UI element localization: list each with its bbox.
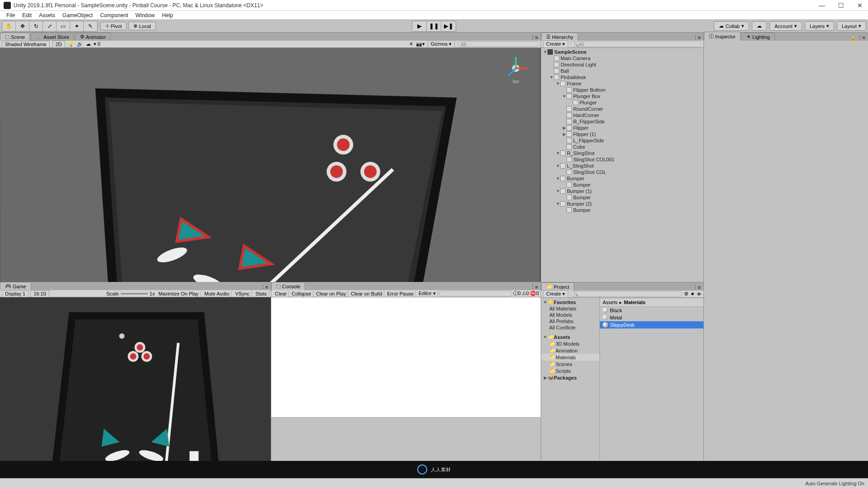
hierarchy-item[interactable]: ▼SampleScene [541,49,703,55]
assets-folder[interactable]: ▼📁Assets [541,333,599,340]
tab-hierarchy[interactable]: ☰ Hierarchy [541,33,578,41]
move-tool[interactable]: ✥ [16,21,29,31]
hierarchy-item[interactable]: HardCorner [541,112,703,118]
project-filter-icon[interactable]: ⚙ [684,291,689,297]
project-folder-tree[interactable]: ▼⭐Favorites All Materials All Models All… [541,298,600,476]
transform-tool[interactable]: ✦ [70,21,84,31]
game-tab-menu[interactable]: ⋮≡ [258,284,271,290]
menu-component[interactable]: Component [96,11,132,19]
gizmos-dropdown[interactable]: Gizmos ▾ [428,40,455,48]
scene-view[interactable]: Iso [0,48,541,282]
tab-game[interactable]: 🎮 Game [0,282,31,290]
aspect-dropdown[interactable]: 16:10 [30,290,49,297]
errorpause-toggle[interactable]: Error Pause [385,291,416,297]
tab-scene[interactable]: ⬚ Scene [0,33,30,41]
scene-viewport[interactable] [0,48,541,282]
hidden-toggle-icon[interactable]: ✕ [409,41,413,47]
layers-dropdown[interactable]: Layers ▾ [805,21,834,31]
hierarchy-item[interactable]: ▶Flipper (1) [541,131,703,137]
editor-dropdown[interactable]: Editor ▾ [417,290,438,297]
tab-inspector[interactable]: ⓘ Inspector [704,32,741,41]
collapse-toggle[interactable]: Collapse [290,291,313,297]
2d-toggle[interactable]: 2D [52,41,65,48]
hierarchy-item[interactable]: Plunger [541,99,703,106]
hierarchy-item[interactable]: Bumper [541,182,703,188]
hierarchy-item[interactable]: ▼Pinballdesk [541,74,703,80]
tab-assetstore[interactable]: 🛒 Asset Store [31,33,74,41]
tab-console[interactable]: ⬚ Console [271,282,305,290]
project-create-dropdown[interactable]: Create ▾ [543,290,568,298]
inspector-tab-menu[interactable]: 🔒 ⋮≡ [847,35,868,41]
hand-tool[interactable]: ✋ [2,21,16,31]
breadcrumb-assets[interactable]: Assets [603,300,618,305]
menu-help[interactable]: Help [158,11,177,19]
audio-toggle-icon[interactable]: 🔊 [77,41,83,47]
game-view[interactable] [0,297,271,479]
project-tab-menu[interactable]: ⋮≡ [690,285,703,291]
packages-folder[interactable]: ▶📦Packages [541,374,599,381]
tab-project[interactable]: 📁 Project [541,282,574,291]
folder-animation[interactable]: 📁Animation [541,347,599,354]
console-tab-menu[interactable]: ⋮≡ [528,284,541,290]
tab-lighting[interactable]: ☀ Lighting [741,33,775,41]
project-asset-list[interactable]: Assets ▸ Materials Black Metal SlippyDes… [600,298,703,476]
hierarchy-item[interactable]: Flipper Bottom [541,87,703,93]
fav-all-conflicted[interactable]: All Conflicte [541,324,599,331]
hierarchy-tab-menu[interactable]: ⋮≡ [690,35,703,41]
error-count-icon[interactable]: ⛔0 [530,291,539,296]
folder-3dmodels[interactable]: 📁3D Models [541,340,599,347]
hierarchy-item[interactable]: ▼Bumper (1) [541,188,703,194]
hierarchy-item[interactable]: ▼Bumper [541,175,703,182]
scale-slider[interactable] [121,293,148,295]
material-black[interactable]: Black [600,307,703,314]
collab-dropdown[interactable]: ☁ Collab ▾ [714,21,749,31]
hierarchy-item[interactable]: Directional Light [541,61,703,68]
scale-tool[interactable]: ⤢ [43,21,57,31]
scene-tab-menu[interactable]: ⋮≡ [528,35,541,41]
step-button[interactable]: ▶❚ [441,21,456,31]
material-metal[interactable]: Metal [600,314,703,321]
clearplay-toggle[interactable]: Clear on Play [314,291,348,297]
hierarchy-item[interactable]: ▼Plunger Box [541,93,703,99]
layout-dropdown[interactable]: Layout ▾ [837,21,866,31]
close-button[interactable]: ✕ [855,1,864,10]
minimize-button[interactable]: — [817,1,826,10]
pause-button[interactable]: ❚❚ [427,21,441,31]
hierarchy-item[interactable]: Bumper [541,207,703,213]
hierarchy-item[interactable]: L_FlipperSide [541,137,703,144]
project-fav-icon[interactable]: ★ [690,291,695,297]
hierarchy-item[interactable]: Bumper [541,194,703,201]
hierarchy-item[interactable]: Cube [541,144,703,150]
favorites-folder[interactable]: ▼⭐Favorites [541,299,599,305]
clearbuild-toggle[interactable]: Clear on Build [349,291,384,297]
folder-scenes[interactable]: 📁Scenes [541,361,599,367]
rotate-tool[interactable]: ↻ [29,21,43,31]
hierarchy-item[interactable]: ▶Flipper [541,125,703,131]
fx-dropdown-icon[interactable]: ▾ 0 [94,41,100,47]
hierarchy-item[interactable]: RoundCorner [541,106,703,112]
scene-search[interactable]: All [458,41,539,47]
light-toggle-icon[interactable]: 💡 [68,41,74,47]
shading-mode-dropdown[interactable]: Shaded Wireframe [2,41,50,48]
display-dropdown[interactable]: Display 1 [2,290,28,297]
menu-file[interactable]: File [3,11,19,19]
breadcrumb-materials[interactable]: Materials [624,300,646,305]
tab-animator[interactable]: ⚙ Animator [75,33,111,41]
folder-materials[interactable]: 📁Materials [541,354,599,361]
hierarchy-item[interactable]: Main Camera [541,55,703,61]
rect-tool[interactable]: ▭ [57,21,70,31]
console-search[interactable] [439,291,512,296]
cloud-button[interactable]: ☁ [752,21,767,31]
fav-all-models[interactable]: All Models [541,312,599,318]
custom-tool[interactable]: ✎ [84,21,97,31]
maximize-toggle[interactable]: Maximize On Play [156,291,201,297]
menu-window[interactable]: Window [132,11,158,19]
info-count-icon[interactable]: ⓘ0 [513,290,521,297]
menu-gameobject[interactable]: GameObject [59,11,96,19]
scene-gizmo-icon[interactable]: Iso [500,52,532,84]
clear-button[interactable]: Clear [273,291,289,297]
hierarchy-item[interactable]: SlingShot COL001 [541,156,703,163]
local-toggle[interactable]: ⊕Local [128,22,156,30]
hierarchy-create-dropdown[interactable]: Create ▾ [543,40,568,48]
fx-toggle-icon[interactable]: ☁ [86,41,91,47]
